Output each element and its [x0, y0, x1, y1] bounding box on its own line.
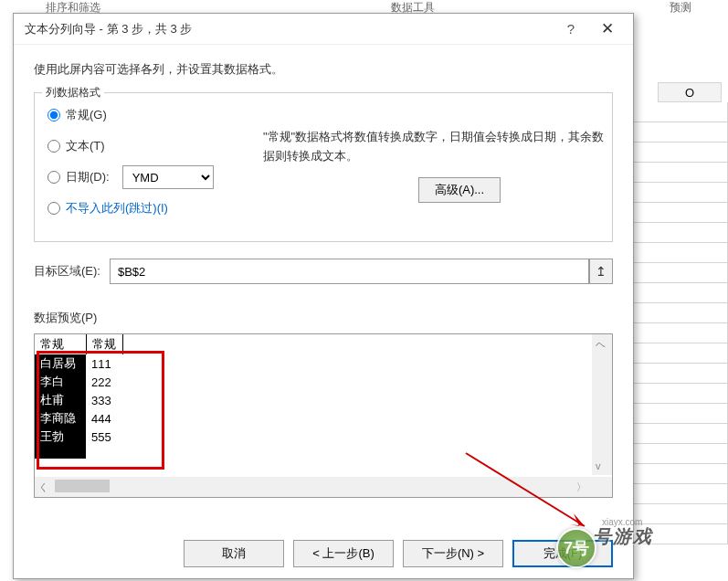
- radio-text[interactable]: [47, 140, 60, 153]
- preview-label: 数据预览(P): [34, 310, 613, 326]
- text-to-columns-wizard-dialog: 文本分列向导 - 第 3 步，共 3 步 ? ✕ 使用此屏内容可选择各列，并设置…: [13, 13, 634, 579]
- label-text[interactable]: 文本(T): [66, 138, 105, 154]
- annotation-highlight-box: [37, 351, 164, 470]
- date-format-select[interactable]: YMD: [122, 165, 214, 189]
- dialog-button-row: 取消 < 上一步(B) 下一步(N) > 完成(F): [14, 531, 633, 578]
- preview-box: 常规 常规 白居易111 李白222 杜甫333 李商隐444 王勃555 ヘ …: [34, 333, 613, 498]
- target-input[interactable]: [110, 259, 589, 284]
- radio-skip[interactable]: [47, 202, 60, 215]
- dialog-description: 使用此屏内容可选择各列，并设置其数据格式。: [34, 61, 613, 78]
- dialog-title: 文本分列向导 - 第 3 步，共 3 步: [25, 21, 553, 37]
- scroll-left-icon[interactable]: く: [38, 481, 48, 494]
- cancel-button[interactable]: 取消: [184, 540, 284, 567]
- target-label: 目标区域(E):: [34, 263, 100, 280]
- label-date[interactable]: 日期(D):: [66, 169, 110, 185]
- column-header-o[interactable]: O: [658, 82, 722, 102]
- scroll-up-icon[interactable]: ヘ: [596, 338, 606, 352]
- scroll-down-icon[interactable]: v: [596, 460, 601, 471]
- dialog-content: 使用此屏内容可选择各列，并设置其数据格式。 列数据格式 常规(G) 文本(T) …: [14, 45, 633, 531]
- preview-horizontal-scrollbar[interactable]: く 〉: [35, 477, 612, 497]
- scrollbar-thumb[interactable]: [55, 480, 110, 492]
- preview-table-wrap[interactable]: 常规 常规 白居易111 李白222 杜甫333 李商隐444 王勃555: [35, 334, 590, 475]
- ribbon-group-forecast: 预测: [670, 0, 691, 9]
- preview-vertical-scrollbar[interactable]: ヘ v: [592, 334, 612, 475]
- next-button[interactable]: 下一步(N) >: [403, 540, 503, 567]
- label-general[interactable]: 常规(G): [66, 107, 107, 123]
- column-format-group: 列数据格式 常规(G) 文本(T) 日期(D): YMD 不导入此列(跳过)(I…: [34, 92, 613, 242]
- close-button[interactable]: ✕: [589, 19, 626, 38]
- format-info-text: "常规"数据格式将数值转换成数字，日期值会转换成日期，其余数据则转换成文本。: [263, 128, 610, 166]
- finish-button[interactable]: 完成(F): [512, 540, 613, 567]
- scroll-right-icon[interactable]: 〉: [576, 481, 586, 494]
- radio-date[interactable]: [47, 171, 60, 184]
- range-selector-button[interactable]: ↥: [589, 259, 613, 284]
- advanced-button[interactable]: 高级(A)...: [418, 177, 501, 203]
- collapse-icon: ↥: [596, 264, 607, 279]
- spreadsheet-grid[interactable]: [630, 102, 728, 581]
- ribbon-group-sort: 排序和筛选: [46, 0, 100, 9]
- back-button[interactable]: < 上一步(B): [293, 540, 394, 567]
- target-row: 目标区域(E): ↥: [34, 259, 613, 284]
- radio-general[interactable]: [47, 109, 60, 121]
- ribbon-background: 排序和筛选 数据工具 预测: [0, 0, 728, 9]
- label-skip[interactable]: 不导入此列(跳过)(I): [66, 200, 168, 217]
- dialog-titlebar: 文本分列向导 - 第 3 步，共 3 步 ? ✕: [14, 14, 633, 45]
- ribbon-group-datatools: 数据工具: [391, 0, 435, 9]
- format-legend: 列数据格式: [42, 85, 104, 100]
- help-button[interactable]: ?: [553, 21, 589, 37]
